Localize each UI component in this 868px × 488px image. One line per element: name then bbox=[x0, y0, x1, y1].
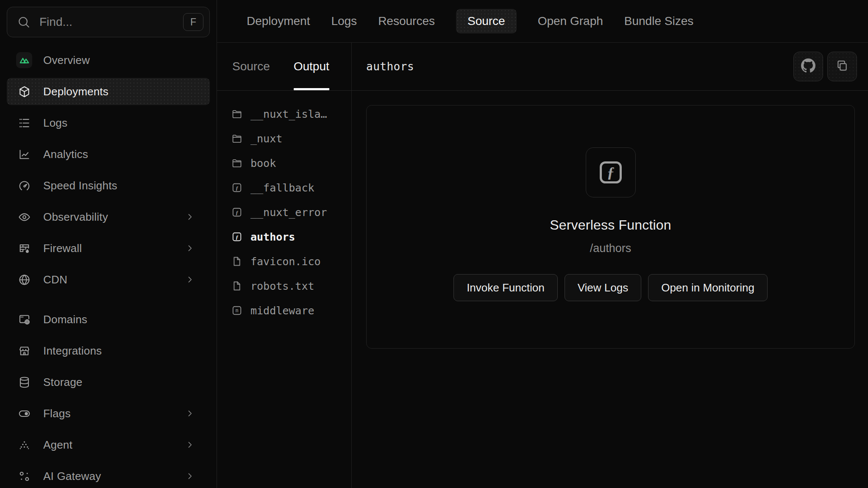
top-tab-bundle-sizes[interactable]: Bundle Sizes bbox=[624, 9, 693, 33]
file-detail-header: authors bbox=[352, 43, 868, 90]
globe-icon bbox=[16, 272, 32, 288]
sidebar-item-cdn[interactable]: CDN bbox=[7, 266, 210, 293]
sidebar-item-label: Domains bbox=[43, 313, 201, 326]
file-name: __nuxt_isla… bbox=[250, 108, 327, 120]
chevron-right-icon bbox=[184, 211, 195, 222]
output-file-tree: __nuxt_isla…_nuxtbookƒ__fallbackƒ__nuxt_… bbox=[217, 91, 352, 488]
file-row-authors[interactable]: ƒauthors bbox=[231, 225, 347, 249]
file-row-middleware[interactable]: mmiddleware bbox=[231, 298, 347, 323]
sidebar-nav-secondary: DomainsIntegrationsStorageFlagsAgentAI G… bbox=[7, 306, 210, 488]
folder-icon bbox=[231, 133, 243, 144]
sidebar-item-label: Integrations bbox=[43, 344, 201, 358]
selected-file-title: authors bbox=[366, 60, 789, 73]
sidebar-item-label: Analytics bbox=[43, 148, 201, 161]
source-content: __nuxt_isla…_nuxtbookƒ__fallbackƒ__nuxt_… bbox=[217, 91, 868, 488]
file-icon bbox=[231, 255, 243, 267]
svg-text:ƒ: ƒ bbox=[236, 209, 239, 216]
source-subheader: SourceOutput authors bbox=[217, 43, 868, 91]
github-button[interactable] bbox=[793, 52, 823, 81]
sidebar-item-label: Logs bbox=[43, 116, 201, 130]
view-logs-button[interactable]: View Logs bbox=[565, 274, 642, 301]
file-row-nuxt[interactable]: _nuxt bbox=[231, 126, 347, 151]
speed-gauge-icon bbox=[16, 177, 32, 194]
svg-text:ƒ: ƒ bbox=[236, 185, 239, 191]
serverless-function-icon: ƒ bbox=[586, 147, 636, 197]
source-output-tabs: SourceOutput bbox=[217, 43, 352, 90]
open-in-monitoring-button[interactable]: Open in Monitoring bbox=[648, 274, 768, 301]
chevron-right-icon bbox=[184, 439, 195, 450]
sidebar-item-deployments[interactable]: Deployments bbox=[7, 78, 210, 105]
top-tab-open-graph[interactable]: Open Graph bbox=[538, 9, 603, 33]
top-tab-resources[interactable]: Resources bbox=[378, 9, 435, 33]
sidebar-item-ai-gateway[interactable]: AI Gateway bbox=[7, 463, 210, 488]
sidebar-item-agent[interactable]: Agent bbox=[7, 431, 210, 458]
copy-icon bbox=[835, 58, 849, 75]
sidebar-item-label: Flags bbox=[43, 407, 184, 420]
sidebar-item-label: Storage bbox=[43, 376, 201, 389]
sub-tab-output[interactable]: Output bbox=[294, 43, 329, 90]
vercel-deployment-source-page: { "sidebar": { "search": { "placeholder"… bbox=[0, 0, 868, 488]
sidebar-item-label: AI Gateway bbox=[43, 470, 184, 483]
copy-button[interactable] bbox=[827, 52, 857, 81]
sidebar-item-label: Firewall bbox=[43, 242, 184, 255]
sidebar-item-label: Overview bbox=[43, 54, 201, 67]
search-icon bbox=[17, 15, 31, 29]
folder-icon bbox=[231, 157, 243, 169]
sidebar-item-integrations[interactable]: Integrations bbox=[7, 337, 210, 364]
folder-icon bbox=[231, 108, 243, 120]
sidebar-item-label: Deployments bbox=[43, 85, 201, 98]
file-row-fallback[interactable]: ƒ__fallback bbox=[231, 175, 347, 200]
file-row-favicon-ico[interactable]: favicon.ico bbox=[231, 249, 347, 274]
file-row-nuxt-error[interactable]: ƒ__nuxt_error bbox=[231, 200, 347, 225]
sidebar-item-storage[interactable]: Storage bbox=[7, 369, 210, 396]
file-name: __nuxt_error bbox=[250, 206, 327, 219]
sidebar-item-firewall[interactable]: Firewall bbox=[7, 235, 210, 262]
search-input[interactable]: Find... F bbox=[7, 7, 210, 37]
nodes-icon bbox=[16, 468, 32, 484]
sidebar-item-label: CDN bbox=[43, 273, 184, 286]
sidebar-item-label: Observability bbox=[43, 211, 184, 224]
sidebar-item-domains[interactable]: Domains bbox=[7, 306, 210, 333]
chevron-right-icon bbox=[184, 274, 195, 285]
file-row-nuxt-isla[interactable]: __nuxt_isla… bbox=[231, 102, 347, 126]
function-file-icon: ƒ bbox=[231, 206, 243, 218]
eye-icon bbox=[16, 209, 32, 225]
file-name: _nuxt bbox=[250, 133, 282, 145]
sidebar-item-overview[interactable]: Overview bbox=[7, 47, 210, 74]
sidebar-item-observability[interactable]: Observability bbox=[7, 203, 210, 230]
file-name: book bbox=[250, 157, 276, 169]
function-file-icon: ƒ bbox=[231, 182, 243, 194]
main-panel: DeploymentLogsResourcesSourceOpen GraphB… bbox=[217, 0, 868, 488]
sub-tab-source[interactable]: Source bbox=[232, 43, 270, 90]
file-row-robots-txt[interactable]: robots.txt bbox=[231, 274, 347, 298]
github-icon bbox=[801, 58, 815, 75]
browser-globe-icon bbox=[16, 311, 32, 327]
search-placeholder: Find... bbox=[39, 15, 183, 29]
deployment-tab-bar: DeploymentLogsResourcesSourceOpen GraphB… bbox=[217, 0, 868, 43]
search-shortcut-badge: F bbox=[183, 13, 203, 31]
sidebar-item-speed-insights[interactable]: Speed Insights bbox=[7, 172, 210, 199]
sidebar-item-label: Speed Insights bbox=[43, 179, 201, 192]
sidebar-item-logs[interactable]: Logs bbox=[7, 109, 210, 136]
function-actions: Invoke FunctionView LogsOpen in Monitori… bbox=[453, 274, 768, 301]
file-name: middleware bbox=[250, 305, 314, 317]
function-type-label: Serverless Function bbox=[550, 217, 671, 233]
file-name: authors bbox=[250, 231, 295, 243]
sidebar-nav-primary: OverviewDeploymentsLogsAnalyticsSpeed In… bbox=[7, 47, 210, 293]
sidebar-item-flags[interactable]: Flags bbox=[7, 400, 210, 427]
storefront-icon bbox=[16, 343, 32, 359]
top-tab-deployment[interactable]: Deployment bbox=[247, 9, 310, 33]
chevron-right-icon bbox=[184, 471, 195, 482]
cube-icon bbox=[16, 83, 32, 100]
database-icon bbox=[16, 374, 32, 390]
chevron-right-icon bbox=[184, 408, 195, 419]
top-tab-logs[interactable]: Logs bbox=[331, 9, 357, 33]
svg-text:ƒ: ƒ bbox=[607, 164, 615, 181]
sidebar-item-analytics[interactable]: Analytics bbox=[7, 141, 210, 168]
file-detail-pane: ƒ Serverless Function /authors Invoke Fu… bbox=[352, 91, 868, 488]
file-row-book[interactable]: book bbox=[231, 151, 347, 175]
function-path: /authors bbox=[590, 242, 632, 255]
top-tab-source[interactable]: Source bbox=[456, 9, 517, 33]
svg-text:m: m bbox=[235, 308, 238, 313]
invoke-function-button[interactable]: Invoke Function bbox=[453, 274, 558, 301]
